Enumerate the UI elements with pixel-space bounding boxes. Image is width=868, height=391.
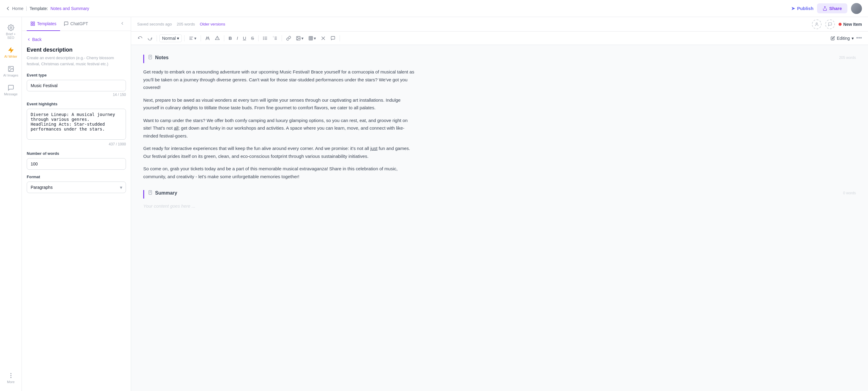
sidebar-item-ai-images-label: AI Images — [3, 73, 19, 77]
bold-button[interactable]: B — [227, 34, 234, 42]
tab-chatgpt-label: ChatGPT — [70, 21, 88, 26]
numbered-list-button[interactable]: 1 — [271, 35, 279, 42]
summary-title-row: Summary — [148, 190, 177, 196]
action-circle-1[interactable] — [812, 20, 822, 29]
toolbar-divider-5 — [258, 35, 258, 41]
font-color-icon — [205, 36, 210, 41]
sidebar-item-ai-writer[interactable]: AI Writer — [1, 44, 21, 61]
older-versions-link[interactable]: Older versions — [200, 22, 225, 26]
undo-button[interactable] — [136, 35, 145, 42]
event-highlights-label: Event highlights — [27, 102, 126, 106]
bullet-list-button[interactable] — [261, 35, 270, 42]
share-button[interactable]: Share — [817, 3, 847, 13]
editing-button[interactable]: Editing ▾ — [831, 36, 854, 41]
tab-templates[interactable]: Templates — [27, 17, 60, 31]
publish-button[interactable]: ➤ Publish — [791, 6, 813, 11]
sidebar-item-ai-images[interactable]: AI Images — [1, 63, 21, 80]
svg-point-11 — [816, 23, 817, 24]
panel-tabs: Templates ChatGPT — [22, 17, 131, 31]
sidebar-item-message[interactable]: Message — [1, 82, 21, 98]
undo-icon — [138, 36, 143, 41]
svg-point-27 — [298, 37, 298, 38]
summary-title: Summary — [155, 190, 177, 196]
svg-point-5 — [11, 375, 11, 376]
panel-title: Event description — [27, 47, 126, 53]
publish-label: Publish — [797, 6, 813, 11]
align-button[interactable]: ▾ — [187, 35, 198, 42]
toolbar-divider-1 — [157, 35, 157, 41]
user-icon — [814, 22, 819, 26]
format-select[interactable]: Paragraphs Bullet Points Numbered List — [27, 182, 126, 193]
action-circle-2[interactable] — [825, 20, 835, 29]
templates-icon — [30, 21, 35, 26]
toolbar-divider-2 — [184, 35, 185, 41]
new-item-label: New Item — [843, 22, 862, 27]
underline-button[interactable]: U — [241, 34, 248, 42]
italic-button[interactable]: I — [235, 34, 240, 42]
font-color-button[interactable] — [203, 35, 212, 42]
number-of-words-input[interactable] — [27, 158, 126, 170]
event-highlights-field: Event highlights Diverse Lineup: A music… — [27, 102, 126, 146]
text-style-label: Normal — [162, 36, 176, 41]
saved-status: Saved seconds ago — [137, 22, 172, 26]
more-toolbar-button[interactable] — [329, 35, 337, 42]
event-highlights-char-count: 437 / 1000 — [27, 142, 126, 146]
text-style-select[interactable]: Normal ▾ — [159, 34, 182, 42]
template-name: Notes and Summary — [51, 6, 89, 11]
notes-section: Notes 205 words Get ready to embark on a… — [143, 55, 856, 180]
strikethrough-button[interactable]: S — [249, 34, 256, 42]
new-item-button[interactable]: New Item — [839, 22, 862, 27]
editor-actions: New Item — [812, 20, 862, 29]
event-type-char-count: 14 / 150 — [27, 93, 126, 97]
sidebar-item-brief-seo[interactable]: Brief + SEO — [1, 22, 21, 42]
share-label: Share — [829, 6, 842, 11]
svg-text:1: 1 — [273, 36, 274, 38]
image-button[interactable]: ▾ — [294, 35, 305, 42]
editor-content: Notes 205 words Get ready to embark on a… — [131, 45, 868, 391]
highlight-button[interactable] — [213, 35, 222, 42]
svg-point-6 — [11, 377, 11, 378]
summary-word-count: 0 words — [843, 191, 856, 195]
event-type-field: Event type 14 / 150 — [27, 73, 126, 97]
clear-format-button[interactable] — [319, 35, 328, 42]
comment-icon — [828, 22, 832, 26]
svg-rect-9 — [31, 24, 32, 26]
notes-paragraph-2: Next, prepare to be awed as visual wonde… — [143, 96, 416, 112]
clear-format-icon — [321, 36, 326, 41]
editor-toolbar: Normal ▾ ▾ B I U S — [131, 32, 868, 45]
sidebar-item-more[interactable]: More — [1, 370, 21, 386]
back-link[interactable]: Back — [27, 37, 126, 42]
svg-rect-28 — [309, 36, 313, 40]
notes-title: Notes — [155, 55, 168, 60]
icon-sidebar: Brief + SEO AI Writer AI Images Message … — [0, 17, 22, 391]
number-of-words-label: Number of words — [27, 151, 126, 156]
home-label: Home — [12, 6, 23, 11]
event-highlights-input[interactable]: Diverse Lineup: A musical journey throug… — [27, 109, 126, 140]
format-field: Format Paragraphs Bullet Points Numbered… — [27, 175, 126, 193]
image-toolbar-icon — [296, 36, 301, 41]
svg-rect-10 — [33, 24, 35, 26]
notes-section-icon — [148, 55, 153, 61]
format-label: Format — [27, 175, 126, 179]
numbered-list-icon: 1 — [273, 36, 277, 41]
redo-button[interactable] — [146, 35, 154, 42]
number-of-words-field: Number of words — [27, 151, 126, 170]
tab-chatgpt[interactable]: ChatGPT — [60, 17, 92, 31]
notes-content[interactable]: Get ready to embark on a resounding adve… — [143, 68, 416, 180]
template-prefix: Template: — [30, 6, 48, 11]
editing-label: Editing — [837, 36, 850, 41]
sidebar-item-message-label: Message — [4, 92, 18, 96]
summary-section: Summary 0 words Your content goes here .… — [143, 190, 856, 209]
summary-placeholder[interactable]: Your content goes here ... — [143, 203, 856, 209]
event-type-input[interactable] — [27, 80, 126, 91]
svg-point-19 — [263, 37, 264, 37]
table-button[interactable]: ▾ — [307, 35, 318, 42]
panel-collapse-button[interactable] — [119, 20, 126, 28]
notes-section-header: Notes 205 words — [143, 55, 856, 63]
link-button[interactable] — [284, 35, 293, 42]
dots-icon — [8, 372, 14, 379]
home-link[interactable]: Home — [6, 6, 23, 11]
summary-section-header: Summary 0 words — [143, 190, 856, 199]
share-icon — [823, 6, 827, 11]
more-options-button[interactable]: ••• — [855, 35, 863, 41]
